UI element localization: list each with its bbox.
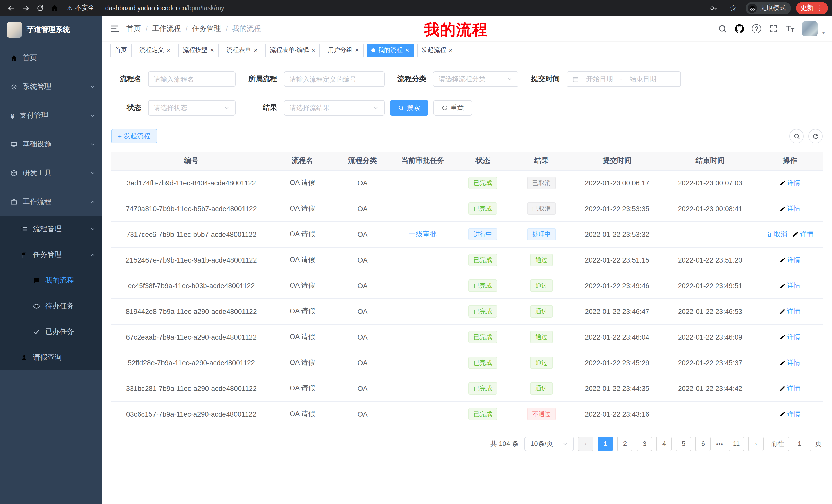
cell-task [392, 375, 453, 401]
help-icon[interactable]: ? [752, 24, 761, 33]
page-button-11[interactable]: 11 [729, 437, 744, 451]
detail-link[interactable]: 详情 [779, 204, 800, 213]
detail-link[interactable]: 详情 [779, 255, 800, 264]
breadcrumb-task-mgmt[interactable]: 任务管理 [192, 24, 221, 33]
cell-end-time: 2022-01-22 23:51:20 [663, 247, 757, 273]
sidebar-item-workflow[interactable]: 工作流程 [0, 188, 102, 216]
detail-link[interactable]: 详情 [779, 307, 800, 316]
end-date-input[interactable]: 结束日期 [627, 75, 659, 84]
create-process-button[interactable]: + 发起流程 [111, 129, 157, 143]
tab-start-process[interactable]: 发起流程× [417, 44, 457, 57]
fullscreen-icon[interactable] [769, 24, 778, 33]
start-date-input[interactable]: 开始日期 [583, 75, 616, 84]
password-key-icon[interactable] [706, 1, 721, 15]
app-logo-row[interactable]: 芋道管理系统 [0, 16, 102, 44]
cell-status: 已完成 [453, 170, 512, 196]
cell-status: 已完成 [453, 324, 512, 350]
goto-page-input[interactable] [788, 437, 811, 451]
close-icon[interactable]: × [312, 47, 315, 53]
incognito-badge[interactable]: 无痕模式 [746, 2, 791, 14]
sidebar-item-payment[interactable]: ¥ 支付管理 [0, 101, 102, 130]
cell-id: 52ffd28e-7b9a-11ec-a290-acde48001122 [111, 350, 271, 375]
sidebar: 芋道管理系统 首页 系统管理 ¥ 支付管理 基础设施 [0, 16, 102, 504]
page-button-2[interactable]: 2 [617, 437, 633, 451]
refresh-table-button[interactable] [808, 129, 823, 143]
process-def-input[interactable] [284, 72, 385, 87]
close-icon[interactable]: × [254, 47, 257, 53]
browser-back-button[interactable] [4, 1, 19, 15]
sidebar-fold-button[interactable] [110, 24, 119, 33]
font-size-icon[interactable]: TT [786, 24, 795, 33]
cancel-link[interactable]: 取消 [766, 230, 787, 239]
category-select[interactable]: 请选择流程分类 [433, 72, 518, 87]
detail-link[interactable]: 详情 [779, 358, 800, 367]
tab-process-form[interactable]: 流程表单× [222, 44, 262, 57]
tab-process-form-edit[interactable]: 流程表单-编辑× [265, 44, 320, 57]
page-button-1[interactable]: 1 [598, 437, 613, 451]
avatar-caret-icon[interactable]: ▾ [822, 30, 825, 36]
show-search-button[interactable] [789, 129, 804, 143]
detail-link[interactable]: 详情 [779, 281, 800, 290]
sidebar-item-leave-query[interactable]: 请假查询 [0, 345, 102, 370]
status-select[interactable]: 请选择状态 [148, 100, 235, 116]
search-button[interactable]: 搜索 [390, 100, 428, 116]
tab-user-group[interactable]: 用户分组× [323, 44, 364, 57]
detail-link[interactable]: 详情 [792, 230, 813, 239]
status-label: 状态 [111, 103, 148, 113]
github-icon[interactable] [735, 24, 744, 33]
sidebar-item-home[interactable]: 首页 [0, 44, 102, 73]
sidebar-item-task-mgmt[interactable]: 任务管理 [0, 242, 102, 268]
detail-link[interactable]: 详情 [779, 178, 800, 188]
sidebar-item-my-process[interactable]: 我的流程 [0, 268, 102, 293]
security-indicator[interactable]: ⚠ 不安全 [67, 4, 94, 12]
reset-button[interactable]: 重置 [434, 100, 472, 116]
close-icon[interactable]: × [355, 47, 359, 53]
tab-process-definition[interactable]: 流程定义× [135, 44, 175, 57]
current-task-link[interactable]: 一级审批 [409, 230, 437, 238]
page-button-6[interactable]: 6 [696, 437, 711, 451]
page-button-4[interactable]: 4 [656, 437, 672, 451]
cell-task: 一级审批 [392, 221, 453, 247]
more-pages-button[interactable]: ••• [715, 441, 725, 447]
browser-update-button[interactable]: 更新 ⋮ [796, 2, 828, 14]
date-range-picker[interactable]: 开始日期 - 结束日期 [567, 72, 681, 87]
process-name-input[interactable] [148, 72, 235, 87]
next-page-button[interactable]: › [748, 437, 763, 451]
sidebar-item-todo-tasks[interactable]: 待办任务 [0, 293, 102, 319]
browser-forward-button[interactable] [19, 1, 33, 15]
detail-link[interactable]: 详情 [779, 384, 800, 393]
cell-category: OA [333, 273, 392, 299]
detail-link[interactable]: 详情 [779, 332, 800, 342]
close-icon[interactable]: × [210, 47, 214, 53]
bookmark-star-icon[interactable]: ☆ [726, 1, 740, 15]
browser-menu-icon[interactable]: ⋮ [816, 4, 823, 12]
detail-link[interactable]: 详情 [779, 410, 800, 419]
close-icon[interactable]: × [166, 47, 171, 53]
cell-category: OA [333, 324, 392, 350]
browser-home-button[interactable] [47, 1, 62, 15]
address-bar[interactable]: ⚠ 不安全 dashboard.yudao.iocoder.cn /bpm/ta… [67, 4, 706, 12]
tab-process-model[interactable]: 流程模型× [178, 44, 218, 57]
prev-page-button[interactable]: ‹ [578, 437, 594, 451]
sidebar-item-infra[interactable]: 基础设施 [0, 130, 102, 159]
sidebar-item-system[interactable]: 系统管理 [0, 73, 102, 101]
page-size-select[interactable]: 10条/页 [525, 437, 574, 451]
tab-home[interactable]: 首页 [110, 44, 132, 57]
close-icon[interactable]: × [405, 47, 409, 53]
page-button-3[interactable]: 3 [637, 437, 652, 451]
cell-id: 3ad174fb-7b9d-11ec-8404-acde48001122 [111, 170, 271, 196]
page-button-5[interactable]: 5 [676, 437, 691, 451]
breadcrumb-home[interactable]: 首页 [127, 24, 141, 33]
search-icon[interactable] [718, 24, 727, 33]
list-icon [21, 226, 28, 233]
browser-reload-button[interactable] [33, 1, 47, 15]
sidebar-item-devtools[interactable]: 研发工具 [0, 159, 102, 188]
tab-my-process[interactable]: 我的流程× [367, 44, 414, 57]
result-select[interactable]: 请选择流结果 [284, 100, 385, 116]
close-icon[interactable]: × [449, 47, 452, 53]
sidebar-item-done-tasks[interactable]: 已办任务 [0, 319, 102, 345]
user-avatar[interactable] [802, 21, 817, 36]
sidebar-item-process-mgmt[interactable]: 流程管理 [0, 216, 102, 242]
table-header-row: 编号 流程名 流程分类 当前审批任务 状态 结果 提交时间 结束时间 操作 [111, 151, 823, 170]
breadcrumb-workflow[interactable]: 工作流程 [152, 24, 181, 33]
